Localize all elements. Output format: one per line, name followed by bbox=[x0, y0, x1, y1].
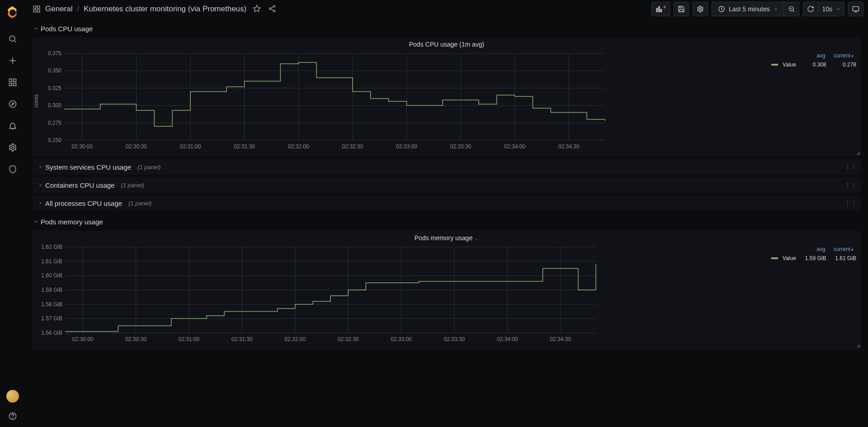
legend-series-name: Value bbox=[783, 62, 796, 68]
configuration-icon[interactable] bbox=[4, 138, 22, 157]
grafana-logo-icon[interactable] bbox=[5, 5, 20, 20]
row-panel-count: (1 panel) bbox=[137, 164, 160, 171]
chevron-right-icon bbox=[37, 183, 43, 187]
svg-text:1.58 GiB: 1.58 GiB bbox=[41, 301, 62, 308]
legend-col-avg[interactable]: avg bbox=[816, 246, 825, 252]
topbar: General / Kubernetes cluster monitoring … bbox=[25, 0, 868, 18]
help-icon[interactable] bbox=[4, 407, 22, 425]
row-panel-count: (1 panel) bbox=[128, 200, 151, 207]
svg-rect-25 bbox=[661, 9, 662, 12]
row-panel-count: (1 panel) bbox=[121, 182, 144, 189]
svg-text:02:33:30: 02:33:30 bbox=[450, 143, 472, 150]
chart-cpu: cores 0.2500.2750.3000.3250.3500.37502:3… bbox=[37, 51, 766, 151]
svg-text:02:30:30: 02:30:30 bbox=[125, 336, 146, 342]
svg-line-21 bbox=[271, 6, 274, 8]
drag-handle-icon[interactable]: ⋮⋮ bbox=[844, 181, 857, 189]
explore-icon[interactable] bbox=[4, 95, 22, 113]
svg-text:02:32:00: 02:32:00 bbox=[288, 143, 309, 150]
svg-text:02:32:30: 02:32:30 bbox=[342, 143, 363, 150]
svg-point-19 bbox=[269, 8, 271, 9]
legend-col-current[interactable]: current▾ bbox=[834, 246, 854, 252]
dashboard-settings-button[interactable] bbox=[693, 2, 708, 16]
refresh-interval-button[interactable]: 10s bbox=[818, 2, 844, 16]
row-title: System services CPU usage bbox=[45, 163, 131, 171]
legend-series-name: Value bbox=[783, 255, 796, 261]
refresh-button[interactable] bbox=[803, 2, 818, 16]
legend-current-value: 1.61 GiB bbox=[830, 255, 856, 261]
svg-text:02:31:30: 02:31:30 bbox=[234, 143, 255, 150]
search-icon[interactable] bbox=[4, 30, 22, 48]
row-header-system-services-cpu[interactable]: System services CPU usage (1 panel) ⋮⋮ bbox=[33, 159, 861, 175]
svg-text:0.250: 0.250 bbox=[48, 137, 61, 143]
time-range-label: Last 5 minutes bbox=[729, 5, 770, 13]
alerting-icon[interactable] bbox=[4, 117, 22, 135]
row-header-containers-cpu[interactable]: Containers CPU usage (1 panel) ⋮⋮ bbox=[33, 177, 861, 193]
breadcrumb: General / Kubernetes cluster monitoring … bbox=[33, 5, 246, 14]
svg-text:1.56 GiB: 1.56 GiB bbox=[41, 330, 62, 336]
save-dashboard-button[interactable] bbox=[674, 2, 689, 16]
chart-memory: 1.56 GiB1.57 GiB1.58 GiB1.59 GiB1.60 GiB… bbox=[37, 244, 766, 344]
star-icon[interactable] bbox=[253, 5, 261, 14]
panel-menu-caret-icon[interactable]: ⌄ bbox=[475, 237, 479, 241]
row-header-pods-memory[interactable]: Pods memory usage bbox=[33, 215, 861, 228]
drag-handle-icon[interactable]: ⋮⋮ bbox=[844, 163, 857, 171]
svg-point-20 bbox=[274, 10, 275, 12]
row-title: Pods CPU usage bbox=[41, 25, 93, 33]
legend-row[interactable]: Value 0.308 0.278 bbox=[771, 62, 856, 68]
legend-avg-value: 1.59 GiB bbox=[801, 255, 826, 261]
svg-line-1 bbox=[14, 41, 16, 43]
dashboard-body: Pods CPU usage Pods CPU usage (1m avg) c… bbox=[25, 18, 868, 427]
svg-text:02:30:30: 02:30:30 bbox=[126, 143, 147, 150]
panel-pods-memory[interactable]: Pods memory usage⌄ 1.56 GiB1.57 GiB1.58 … bbox=[33, 231, 861, 349]
chevron-down-icon bbox=[33, 219, 39, 224]
svg-point-26 bbox=[699, 8, 701, 10]
svg-rect-24 bbox=[659, 7, 660, 12]
create-icon[interactable] bbox=[4, 52, 22, 70]
panel-title: Pods memory usage⌄ bbox=[33, 231, 861, 242]
user-avatar[interactable] bbox=[6, 390, 19, 403]
svg-text:02:33:00: 02:33:00 bbox=[391, 336, 412, 342]
share-icon[interactable] bbox=[268, 5, 276, 14]
legend-row[interactable]: Value 1.59 GiB 1.61 GiB bbox=[771, 255, 856, 261]
resize-handle-icon[interactable]: ◢ bbox=[856, 342, 860, 348]
svg-text:0.300: 0.300 bbox=[48, 102, 61, 109]
chevron-right-icon bbox=[37, 201, 43, 205]
row-title: Containers CPU usage bbox=[45, 181, 114, 189]
svg-marker-17 bbox=[254, 5, 260, 11]
breadcrumb-separator: / bbox=[77, 5, 79, 14]
svg-text:0.275: 0.275 bbox=[48, 120, 61, 126]
add-panel-button[interactable]: + bbox=[651, 2, 670, 16]
time-range-button[interactable]: Last 5 minutes bbox=[712, 2, 784, 16]
server-admin-icon[interactable] bbox=[4, 160, 22, 178]
svg-text:02:30:00: 02:30:00 bbox=[72, 143, 93, 150]
row-title: All processes CPU usage bbox=[45, 199, 122, 207]
breadcrumb-dashboard-title: Kubernetes cluster monitoring (via Prome… bbox=[84, 5, 246, 14]
legend-current-value: 0.278 bbox=[830, 62, 856, 68]
panel-pods-cpu[interactable]: Pods CPU usage (1m avg) cores 0.2500.275… bbox=[33, 37, 861, 157]
svg-rect-23 bbox=[657, 9, 658, 12]
sidebar bbox=[0, 0, 25, 427]
row-header-pods-cpu[interactable]: Pods CPU usage bbox=[33, 23, 861, 34]
svg-text:02:34:30: 02:34:30 bbox=[550, 336, 571, 342]
tv-mode-button[interactable] bbox=[848, 2, 863, 16]
svg-text:02:33:30: 02:33:30 bbox=[444, 336, 465, 342]
zoom-out-button[interactable] bbox=[784, 2, 799, 16]
legend-col-current[interactable]: current▾ bbox=[834, 52, 854, 59]
dashboards-breadcrumb-icon[interactable] bbox=[33, 5, 41, 13]
svg-line-22 bbox=[271, 9, 274, 10]
svg-text:02:30:00: 02:30:00 bbox=[72, 336, 94, 342]
svg-point-12 bbox=[13, 418, 13, 418]
legend-swatch bbox=[771, 257, 778, 259]
panel-title: Pods CPU usage (1m avg) bbox=[33, 37, 861, 49]
drag-handle-icon[interactable]: ⋮⋮ bbox=[844, 199, 857, 207]
legend-col-avg[interactable]: avg bbox=[816, 52, 825, 59]
svg-text:1.61 GiB: 1.61 GiB bbox=[41, 258, 62, 265]
svg-rect-16 bbox=[38, 10, 40, 12]
resize-handle-icon[interactable]: ◢ bbox=[856, 150, 860, 156]
row-header-all-processes-cpu[interactable]: All processes CPU usage (1 panel) ⋮⋮ bbox=[33, 195, 861, 211]
svg-text:02:31:00: 02:31:00 bbox=[180, 143, 201, 150]
dashboards-icon[interactable] bbox=[4, 73, 22, 91]
breadcrumb-folder[interactable]: General bbox=[45, 5, 72, 14]
svg-text:02:32:00: 02:32:00 bbox=[284, 336, 306, 342]
svg-point-0 bbox=[9, 36, 15, 41]
